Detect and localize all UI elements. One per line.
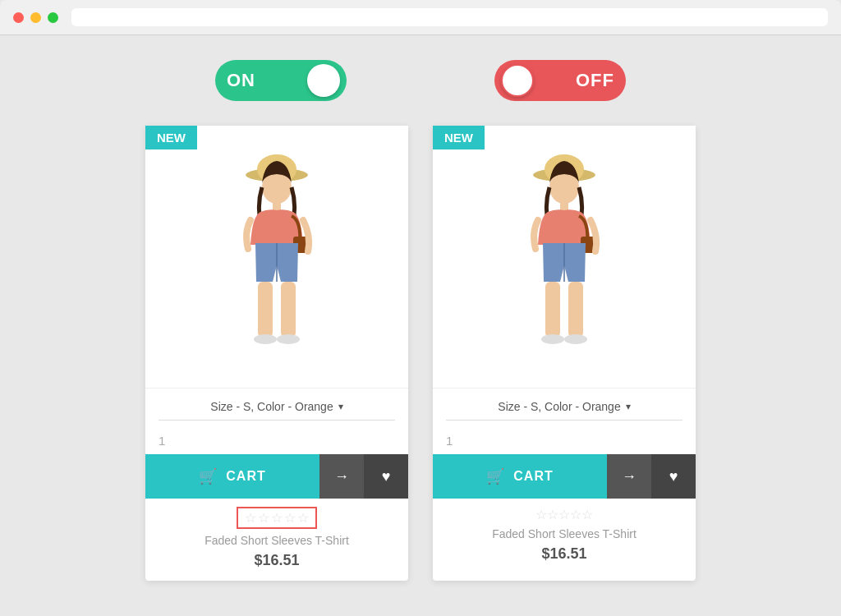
wishlist-button-1[interactable]: ♥: [364, 454, 408, 499]
toggles-row: ON OFF: [215, 60, 626, 101]
cart-label-2: CART: [513, 469, 553, 484]
arrow-icon-2: →: [622, 468, 636, 485]
star-2-2: ☆: [547, 507, 558, 522]
quantity-row-2: 1: [433, 427, 696, 454]
cart-button-1[interactable]: 🛒 CART: [145, 454, 319, 499]
heart-icon-1: ♥: [382, 468, 391, 485]
cart-button-2[interactable]: 🛒 CART: [433, 454, 607, 499]
cart-actions-row-1: 🛒 CART → ♥: [145, 454, 408, 499]
svg-rect-17: [568, 282, 583, 338]
cart-actions-row-2: 🛒 CART → ♥: [433, 454, 696, 499]
product-price-2: $16.51: [446, 545, 682, 563]
products-row: NEW: [145, 126, 696, 581]
svg-point-8: [254, 334, 277, 344]
dropdown-arrow-1: ▾: [338, 401, 343, 412]
window-chrome: [0, 0, 841, 35]
size-color-text-2: Size - S, Color - Orange: [498, 400, 620, 413]
quantity-value-1: 1: [159, 434, 165, 448]
stars-box-1: ☆ ☆ ☆ ☆ ☆: [237, 507, 317, 529]
star-1-5: ☆: [297, 510, 309, 526]
address-bar[interactable]: [71, 8, 828, 26]
svg-point-9: [277, 334, 300, 344]
new-badge-1: NEW: [145, 126, 197, 149]
product-card-1: NEW: [145, 126, 408, 581]
product-image-svg-1: [219, 138, 334, 376]
product-info-1: ☆ ☆ ☆ ☆ ☆ Faded Short Sleeves T-Shirt $1…: [145, 499, 408, 581]
star-2-1: ☆: [535, 507, 547, 522]
heart-icon-2: ♥: [669, 468, 678, 485]
svg-point-18: [541, 334, 564, 344]
quantity-row-1: 1: [145, 427, 408, 454]
svg-rect-16: [545, 282, 560, 338]
product-controls-1: Size - S, Color - Orange ▾: [145, 388, 408, 421]
star-1-4: ☆: [284, 510, 296, 526]
toggle-on-knob: [307, 64, 340, 97]
wishlist-button-2[interactable]: ♥: [651, 454, 696, 499]
product-name-1: Faded Short Sleeves T-Shirt: [159, 534, 395, 547]
size-color-text-1: Size - S, Color - Orange: [210, 400, 333, 413]
star-2-3: ☆: [558, 507, 570, 522]
toggle-off-label: OFF: [571, 70, 619, 91]
svg-rect-7: [281, 282, 296, 338]
arrow-button-2[interactable]: →: [607, 454, 651, 499]
cart-icon-2: 🛒: [486, 467, 505, 485]
star-2-5: ☆: [581, 507, 593, 522]
cart-label-1: CART: [226, 469, 265, 484]
star-1-1: ☆: [245, 510, 256, 526]
arrow-icon-1: →: [334, 468, 349, 485]
size-color-row-1[interactable]: Size - S, Color - Orange ▾: [159, 400, 395, 421]
new-badge-2: NEW: [433, 126, 485, 149]
product-image-svg-2: [507, 138, 622, 376]
stars-row-1: ☆ ☆ ☆ ☆ ☆: [159, 507, 395, 529]
toggle-on[interactable]: ON: [215, 60, 347, 101]
dropdown-arrow-2: ▾: [626, 401, 631, 412]
product-name-2: Faded Short Sleeves T-Shirt: [446, 527, 682, 540]
svg-point-19: [564, 334, 587, 344]
toggle-off-knob: [501, 64, 534, 97]
stars-row-2: ☆ ☆ ☆ ☆ ☆: [446, 507, 682, 522]
arrow-button-1[interactable]: →: [319, 454, 364, 499]
content-area: ON OFF NEW: [0, 35, 841, 616]
close-dot[interactable]: [13, 12, 24, 23]
svg-rect-6: [258, 282, 273, 338]
toggle-off[interactable]: OFF: [494, 60, 626, 101]
product-info-2: ☆ ☆ ☆ ☆ ☆ Faded Short Sleeves T-Shirt $1…: [433, 499, 696, 574]
size-color-row-2[interactable]: Size - S, Color - Orange ▾: [446, 400, 682, 421]
product-price-1: $16.51: [159, 552, 395, 569]
maximize-dot[interactable]: [48, 12, 58, 23]
product-card-2: NEW: [433, 126, 696, 581]
star-1-3: ☆: [271, 510, 283, 526]
minimize-dot[interactable]: [30, 12, 41, 23]
star-2-4: ☆: [570, 507, 581, 522]
product-image-2: NEW: [433, 126, 696, 388]
product-controls-2: Size - S, Color - Orange ▾: [433, 388, 696, 421]
toggle-on-label: ON: [222, 70, 260, 91]
cart-icon-1: 🛒: [199, 467, 218, 485]
star-1-2: ☆: [258, 510, 269, 526]
quantity-value-2: 1: [446, 434, 453, 448]
product-image-1: NEW: [145, 126, 408, 388]
